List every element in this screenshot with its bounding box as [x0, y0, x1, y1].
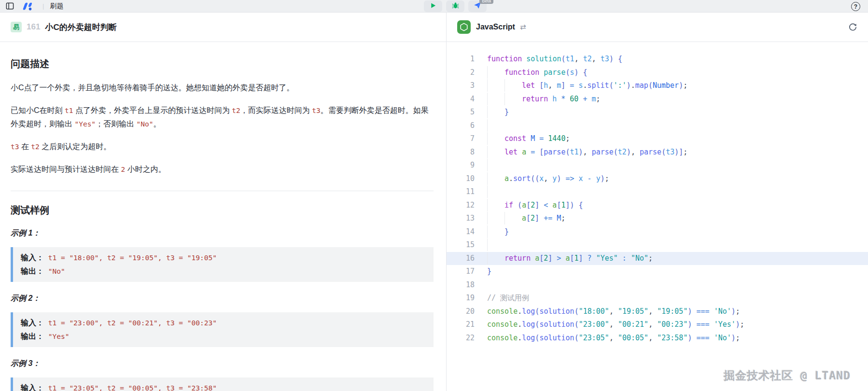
description-text: 点了外卖，外卖平台上显示的预计送达时间为: [73, 106, 232, 114]
code-token: ,: [648, 334, 657, 342]
code-line[interactable]: 2function parse(s) {: [447, 66, 868, 80]
indent-guide: [487, 146, 504, 158]
code-line[interactable]: 5}: [447, 106, 868, 119]
code-token: a: [522, 148, 526, 156]
code-token: a: [535, 254, 539, 263]
code-content: a[2] += M;: [475, 212, 868, 225]
marscode-logo[interactable]: [19, 1, 37, 11]
code-content: }: [475, 225, 868, 239]
description-text: 实际送达时间与预计送达时间在: [11, 165, 121, 173]
debug-button[interactable]: [446, 0, 464, 12]
code-line[interactable]: 6: [447, 119, 868, 133]
indent-guide: [487, 119, 504, 132]
line-number: 7: [447, 132, 475, 146]
sidebar-toggle-icon[interactable]: [5, 1, 14, 11]
run-button-group: Beta: [424, 0, 487, 12]
code-line[interactable]: 15: [447, 238, 868, 252]
code-line[interactable]: 4return h * 60 + m;: [447, 93, 868, 106]
code-token: t2: [583, 55, 592, 63]
code-line[interactable]: 21console.log(solution("23:00", "00:21",…: [447, 318, 868, 332]
code-line[interactable]: 8let a = [parse(t1), parse(t2), parse(t3…: [447, 146, 868, 159]
code-line[interactable]: 18: [447, 279, 868, 292]
code-token: solution: [539, 307, 574, 316]
code-token: "18:00": [579, 307, 609, 316]
code-token: log: [522, 334, 535, 342]
code-token: ===: [692, 334, 714, 342]
indent-guide: [487, 212, 504, 224]
code-token: "00:21": [618, 320, 648, 329]
code-token: =: [526, 148, 539, 156]
code-content: console.log(solution("23:05", "00:05", "…: [475, 332, 868, 345]
code-token: 1: [574, 254, 579, 263]
code-line[interactable]: 12if (a[2] < a[1]) {: [447, 199, 868, 212]
problem-panel: 易 161 小C的外卖超时判断 问题描述 小C点了一个外卖，并且急切地等待着骑手…: [0, 13, 447, 391]
code-line[interactable]: 14}: [447, 225, 868, 239]
code-token: ;: [736, 307, 740, 316]
code-line[interactable]: 17}: [447, 265, 868, 279]
code-token: parse: [592, 148, 614, 156]
code-token: }: [504, 227, 509, 236]
code-token: console: [487, 307, 518, 316]
code-token: parse: [544, 68, 565, 77]
code-token: ;: [736, 334, 740, 342]
line-number: 2: [447, 66, 475, 80]
language-swap-icon[interactable]: ⇄: [520, 23, 526, 31]
line-number: 19: [447, 292, 475, 305]
code-line[interactable]: 7const M = 1440;: [447, 132, 868, 146]
code-token: ;: [561, 214, 565, 223]
code-line[interactable]: 22console.log(solution("23:05", "00:05",…: [447, 332, 868, 345]
code-token: ]: [561, 81, 565, 90]
code-line[interactable]: 9: [447, 159, 868, 172]
code-token: (: [661, 148, 666, 156]
code-token: -: [583, 174, 596, 183]
code-line[interactable]: 10a.sort((x, y) => x - y);: [447, 172, 868, 186]
code-token: ,: [583, 148, 592, 156]
code-line[interactable]: 16return a[2] > a[1] ? "Yes" : "No";: [447, 252, 868, 265]
example-label: 示例 3：: [11, 359, 434, 369]
debug-icon: [452, 2, 459, 11]
code-token: ): [601, 174, 605, 183]
description-inline-code: 2: [121, 166, 125, 173]
code-token: return: [504, 254, 535, 263]
code-token: ): [679, 81, 683, 90]
code-editor[interactable]: 1function solution(t1, t2, t3) {2functio…: [447, 42, 868, 391]
code-token: 'No': [714, 334, 731, 342]
code-token: [: [539, 148, 544, 156]
code-content: return a[2] > a[1] ? "Yes" : "No";: [475, 252, 868, 265]
language-selector[interactable]: JavaScript: [476, 23, 515, 31]
indent-guide: [504, 212, 522, 224]
code-token: 2: [544, 254, 548, 263]
code-token: +: [578, 95, 591, 103]
example-output-label: 输出：: [21, 267, 44, 275]
code-line[interactable]: 20console.log(solution("18:00", "19:05",…: [447, 305, 868, 319]
reset-code-icon[interactable]: [848, 23, 857, 32]
description-inline-code: "Yes": [74, 120, 96, 128]
toolbar-divider: |: [42, 2, 44, 10]
code-content: console.log(solution("18:00", "19:05", "…: [475, 305, 868, 319]
help-icon[interactable]: ?: [851, 2, 860, 11]
example-label: 示例 2：: [11, 293, 434, 304]
code-token: ]: [579, 254, 583, 263]
description-paragraph: 小C点了一个外卖，并且急切地等待着骑手的送达。她想知道她的外卖是否超时了。: [11, 81, 434, 95]
code-content: [475, 159, 868, 172]
code-line[interactable]: 19// 测试用例: [447, 292, 868, 305]
code-token: 2: [531, 214, 535, 223]
code-lines-container: 1function solution(t1, t2, t3) {2functio…: [447, 53, 868, 345]
example-output-label: 输出：: [21, 332, 44, 340]
run-button[interactable]: [424, 0, 442, 12]
code-token: [: [539, 81, 544, 90]
code-line[interactable]: 3let [h, m] = s.split(':').map(Number);: [447, 79, 868, 93]
code-line[interactable]: 1function solution(t1, t2, t3) {: [447, 53, 868, 66]
top-toolbar: | 刷题 Beta: [0, 0, 868, 13]
example-input-label: 输入：: [21, 253, 44, 262]
code-token: let: [504, 148, 522, 156]
code-line[interactable]: 11: [447, 185, 868, 199]
code-token: ,: [548, 81, 557, 90]
description-inline-code: t3: [11, 143, 19, 151]
code-token: ,: [592, 55, 601, 63]
indent-guide: [487, 252, 504, 265]
code-line[interactable]: 13a[2] += M;: [447, 212, 868, 225]
submit-button[interactable]: Beta: [468, 0, 487, 12]
indent-guide: [487, 66, 504, 79]
code-token: ;: [648, 254, 653, 263]
